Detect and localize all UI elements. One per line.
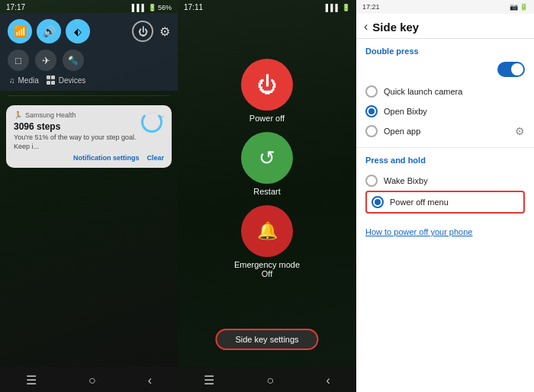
bluetooth-icon: ⬖ [74,26,82,37]
radio-power-off-menu[interactable] [372,196,384,208]
airplane-toggle[interactable]: ✈ [35,50,56,71]
panel-settings: 17:21 📷 🔋 ‹ Side key Double press Quick … [356,0,534,392]
page-title: Side key [372,21,419,34]
power-off-label: Power off [249,114,285,123]
wifi-icon: 📶 [14,25,27,37]
settings-icon[interactable]: ⚙ [159,24,170,39]
status-icons-panel1: ▌▌▌ 🔋 56% [132,4,172,11]
status-bar-panel2: 17:11 ▌▌▌ 🔋 [178,0,356,13]
wifi-toggle[interactable]: 📶 [8,19,32,43]
progress-circle [141,111,162,133]
side-key-settings-button[interactable]: Side key settings [215,329,318,350]
settings-header: ‹ Side key [356,14,534,39]
double-press-toggle[interactable] [497,62,525,77]
option-quick-launch-camera[interactable]: Quick launch camera [365,82,525,101]
radio-open-app[interactable] [365,125,378,137]
radio-wake-bixby[interactable] [365,175,378,187]
power-icon: ⏻ [138,26,148,37]
nfc-icon: □ [15,55,21,66]
power-off-icon: ⏻ [257,73,277,97]
how-to-link[interactable]: How to power off your phone [356,221,534,236]
quick-launch-label: Quick launch camera [384,87,525,96]
back-nav-btn[interactable]: ‹ [148,374,152,387]
power-off-item[interactable]: ⏻ Power off [241,59,293,123]
bottom-nav-panel2: ☰ ○ ‹ [178,367,356,392]
radio-inner-bixby [368,108,375,114]
emergency-icon: 🔔 [257,221,278,241]
radio-quick-launch[interactable] [365,85,378,98]
panel-notification-shade: 17:17 ▌▌▌ 🔋 56% 📶 🔊 ⬖ [0,0,178,392]
media-button[interactable]: ♫ Media [9,76,39,85]
press-hold-title: Press and hold [365,156,525,165]
time-panel3: 17:21 [362,3,380,11]
open-bixby-label: Open Bixby [384,107,525,116]
option-open-app[interactable]: Open app ⚙ [365,121,525,141]
devices-button[interactable]: Devices [47,76,86,85]
time-panel1: 17:17 [6,3,25,11]
flashlight-toggle[interactable]: 🔦 [63,50,84,71]
restart-icon: ↺ [259,146,275,170]
wake-bixby-label: Wake Bixby [384,176,525,185]
media-label: Media [18,76,39,85]
camera-icon-p3: 📷 [510,3,518,11]
qs-toggle-icons: 📶 🔊 ⬖ [8,19,90,43]
devices-label: Devices [59,76,86,85]
double-press-title: Double press [365,47,525,56]
power-off-menu-label: Power off menu [390,198,519,207]
bottom-nav-panel1: ☰ ○ ‹ [0,367,178,392]
flashlight-icon: 🔦 [68,56,79,66]
press-hold-section: Press and hold Wake Bixby Power off menu [356,149,534,221]
notification-app-name: 🏃 Samsung Health [14,111,76,119]
power-button[interactable]: ⏻ [132,21,153,42]
home-nav-btn-p2[interactable]: ○ [266,374,274,387]
back-nav-btn-p2[interactable]: ‹ [326,374,330,387]
recents-nav-btn[interactable]: ☰ [26,373,37,387]
airplane-icon: ✈ [42,55,50,66]
nfc-toggle[interactable]: □ [8,50,29,71]
divider [8,95,170,96]
toggle-knob [511,63,523,76]
power-off-button[interactable]: ⏻ [241,59,293,111]
notification-clear-btn[interactable]: Clear [146,154,164,162]
status-icons-panel3: 📷 🔋 [510,3,528,11]
restart-label: Restart [253,187,280,196]
panel-power-menu: 17:11 ▌▌▌ 🔋 ⏻ Power off ↺ Restart [178,0,356,392]
restart-item[interactable]: ↺ Restart [241,132,293,196]
option-open-bixby[interactable]: Open Bixby [365,101,525,121]
time-panel2: 17:11 [184,3,203,11]
quick-settings-panel: 📶 🔊 ⬖ ⏻ ⚙ □ [0,13,178,91]
battery-icon: 🔋 [148,4,156,11]
sound-toggle[interactable]: 🔊 [37,19,61,43]
open-app-gear-icon[interactable]: ⚙ [515,125,525,137]
notification-settings-btn[interactable]: Notification settings [73,154,140,162]
status-icons-panel2: ▌▌▌ 🔋 [326,3,350,11]
notification-body: You're 51% of the way to your step goal.… [14,133,164,151]
music-icon: ♫ [9,76,15,85]
bluetooth-toggle[interactable]: ⬖ [66,19,90,43]
sound-icon: 🔊 [43,25,56,37]
emergency-item[interactable]: 🔔 Emergency mode Off [234,205,300,278]
double-press-section: Double press Quick launch camera Open Bi… [356,39,534,146]
radio-inner-power-off [375,199,381,205]
restart-button[interactable]: ↺ [241,132,293,184]
wifi-signal-icon: ▌▌▌ [132,4,146,11]
status-bar-panel1: 17:17 ▌▌▌ 🔋 56% [0,0,178,13]
option-wake-bixby[interactable]: Wake Bixby [365,171,525,191]
emergency-button[interactable]: 🔔 [241,205,293,257]
signal-icon-p2: ▌▌▌ [326,4,340,11]
notification-card[interactable]: 🏃 Samsung Health ⌵ 3096 steps You're 51%… [6,105,172,168]
radio-open-bixby[interactable] [365,105,378,117]
back-arrow-icon[interactable]: ‹ [364,20,368,34]
home-nav-btn[interactable]: ○ [88,374,96,387]
section-divider [356,147,534,148]
open-app-label: Open app [384,127,509,136]
recents-nav-btn-p2[interactable]: ☰ [204,373,214,387]
option-power-off-menu[interactable]: Power off menu [365,191,525,214]
status-bar-panel3: 17:21 📷 🔋 [356,0,534,14]
qs-right-buttons: ⏻ ⚙ [132,21,170,42]
emergency-label: Emergency mode Off [234,260,300,278]
battery-icon-p2: 🔋 [342,4,350,11]
battery-percent: 56% [158,4,172,11]
battery-icon-p3: 🔋 [520,3,528,11]
